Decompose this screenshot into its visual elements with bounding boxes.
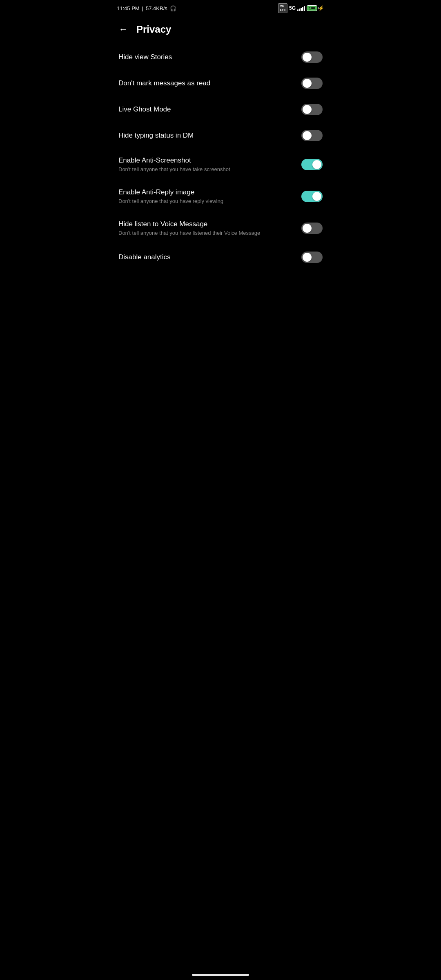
toggle-track-dont_mark_messages: [301, 78, 323, 89]
settings-item-title-enable_anti_reply_image: Enable Anti-Reply image: [118, 188, 295, 197]
settings-item-hide_view_stories[interactable]: Hide view Stories: [110, 44, 331, 70]
toggle-track-disable_analytics: [301, 252, 323, 263]
time-label: 11:45 PM: [117, 5, 140, 11]
toggle-thumb-enable_anti_reply_image: [312, 192, 321, 201]
settings-item-dont_mark_messages[interactable]: Don't mark messages as read: [110, 70, 331, 96]
toggle-hide_typing_status[interactable]: [301, 130, 323, 141]
settings-item-title-enable_anti_screenshot: Enable Anti-Screenshot: [118, 156, 295, 165]
toggle-enable_anti_screenshot[interactable]: [301, 159, 323, 170]
toggle-live_ghost_mode[interactable]: [301, 104, 323, 115]
separator: |: [142, 5, 143, 11]
settings-item-title-disable_analytics: Disable analytics: [118, 253, 295, 262]
toggle-hide_view_stories[interactable]: [301, 51, 323, 63]
settings-item-content-hide_typing_status: Hide typing status in DM: [118, 131, 301, 140]
settings-item-subtitle-enable_anti_reply_image: Don't tell anyone that you have reply vi…: [118, 198, 295, 205]
toggle-track-live_ghost_mode: [301, 104, 323, 115]
settings-item-subtitle-enable_anti_screenshot: Don't tell anyone that you have take scr…: [118, 166, 295, 173]
toggle-track-enable_anti_screenshot: [301, 159, 323, 170]
toggle-dont_mark_messages[interactable]: [301, 78, 323, 89]
toggle-disable_analytics[interactable]: [301, 252, 323, 263]
app-bar: ← Privacy: [110, 16, 331, 44]
settings-item-content-enable_anti_screenshot: Enable Anti-ScreenshotDon't tell anyone …: [118, 156, 301, 173]
status-bar: 11:45 PM | 57.4KB/s 🎧 VoLTE 5G 100 ⚡: [110, 0, 331, 16]
settings-item-subtitle-hide_listen_voice_message: Don't tell anyone that you have listened…: [118, 230, 295, 237]
back-button[interactable]: ←: [117, 23, 130, 36]
settings-item-hide_listen_voice_message[interactable]: Hide listen to Voice MessageDon't tell a…: [110, 212, 331, 244]
battery-level: 100: [309, 6, 315, 10]
network-type: 5G: [289, 5, 296, 11]
settings-item-hide_typing_status[interactable]: Hide typing status in DM: [110, 122, 331, 149]
settings-item-title-hide_typing_status: Hide typing status in DM: [118, 131, 295, 140]
toggle-track-hide_view_stories: [301, 51, 323, 63]
battery-container: 100 ⚡: [307, 5, 324, 11]
toggle-track-hide_typing_status: [301, 130, 323, 141]
settings-item-content-enable_anti_reply_image: Enable Anti-Reply imageDon't tell anyone…: [118, 188, 301, 205]
battery-icon: 100: [307, 5, 317, 11]
toggle-hide_listen_voice_message[interactable]: [301, 223, 323, 234]
settings-item-content-dont_mark_messages: Don't mark messages as read: [118, 79, 301, 88]
settings-list: Hide view StoriesDon't mark messages as …: [110, 44, 331, 270]
signal-bars: [297, 5, 305, 11]
status-left: 11:45 PM | 57.4KB/s 🎧: [117, 5, 176, 11]
toggle-thumb-dont_mark_messages: [303, 79, 312, 88]
toggle-track-enable_anti_reply_image: [301, 191, 323, 202]
status-right: VoLTE 5G 100 ⚡: [278, 3, 324, 13]
toggle-thumb-hide_typing_status: [303, 131, 312, 140]
headphone-icon: 🎧: [170, 5, 176, 11]
settings-item-title-dont_mark_messages: Don't mark messages as read: [118, 79, 295, 88]
toggle-thumb-hide_listen_voice_message: [303, 224, 312, 233]
settings-item-title-live_ghost_mode: Live Ghost Mode: [118, 105, 295, 114]
toggle-enable_anti_reply_image[interactable]: [301, 191, 323, 202]
network-speed: 57.4KB/s: [146, 5, 167, 11]
settings-item-enable_anti_screenshot[interactable]: Enable Anti-ScreenshotDon't tell anyone …: [110, 149, 331, 180]
settings-item-disable_analytics[interactable]: Disable analytics: [110, 244, 331, 270]
settings-item-title-hide_listen_voice_message: Hide listen to Voice Message: [118, 220, 295, 229]
page-title: Privacy: [136, 24, 171, 35]
settings-item-content-disable_analytics: Disable analytics: [118, 253, 301, 262]
settings-item-live_ghost_mode[interactable]: Live Ghost Mode: [110, 96, 331, 122]
charging-icon: ⚡: [318, 5, 324, 11]
toggle-thumb-enable_anti_screenshot: [312, 160, 321, 169]
toggle-track-hide_listen_voice_message: [301, 223, 323, 234]
toggle-thumb-disable_analytics: [303, 253, 312, 262]
settings-item-content-live_ghost_mode: Live Ghost Mode: [118, 105, 301, 114]
settings-item-title-hide_view_stories: Hide view Stories: [118, 53, 295, 62]
volte-badge: VoLTE: [278, 3, 287, 13]
back-arrow-icon: ←: [119, 24, 128, 35]
toggle-thumb-live_ghost_mode: [303, 105, 312, 114]
settings-item-enable_anti_reply_image[interactable]: Enable Anti-Reply imageDon't tell anyone…: [110, 180, 331, 212]
settings-item-content-hide_listen_voice_message: Hide listen to Voice MessageDon't tell a…: [118, 220, 301, 237]
toggle-thumb-hide_view_stories: [303, 53, 312, 62]
settings-item-content-hide_view_stories: Hide view Stories: [118, 53, 301, 62]
